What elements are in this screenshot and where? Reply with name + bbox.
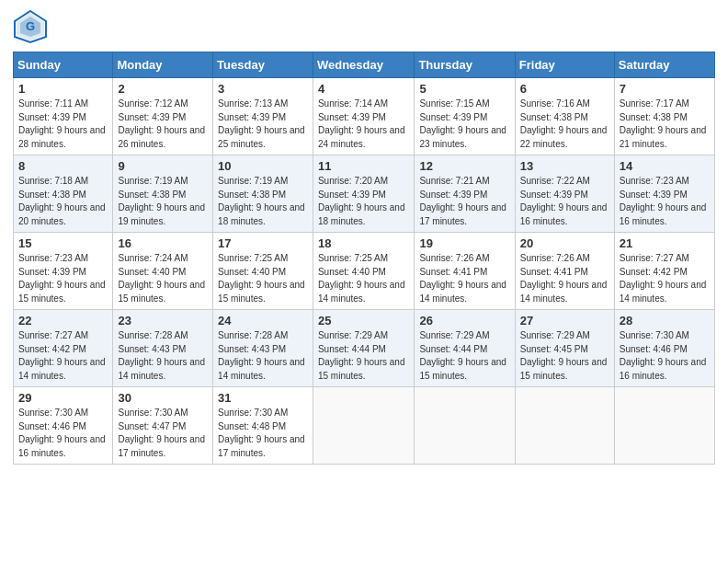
calendar-week-row: 15Sunrise: 7:23 AMSunset: 4:39 PMDayligh… <box>14 233 715 310</box>
calendar-day-cell: 31Sunrise: 7:30 AMSunset: 4:48 PMDayligh… <box>213 387 313 465</box>
day-info: Sunrise: 7:30 AMSunset: 4:47 PMDaylight:… <box>118 408 205 458</box>
day-number: 7 <box>620 82 710 96</box>
weekday-header: Thursday <box>415 52 515 78</box>
calendar-day-cell: 5Sunrise: 7:15 AMSunset: 4:39 PMDaylight… <box>415 78 515 155</box>
calendar-day-cell: 6Sunrise: 7:16 AMSunset: 4:38 PMDaylight… <box>515 78 614 155</box>
calendar-day-cell: 23Sunrise: 7:28 AMSunset: 4:43 PMDayligh… <box>113 310 213 387</box>
calendar-day-cell: 12Sunrise: 7:21 AMSunset: 4:39 PMDayligh… <box>415 155 515 233</box>
svg-text:G: G <box>26 19 35 33</box>
day-info: Sunrise: 7:25 AMSunset: 4:40 PMDaylight:… <box>318 253 405 304</box>
day-number: 12 <box>419 159 509 173</box>
day-info: Sunrise: 7:18 AMSunset: 4:38 PMDaylight:… <box>18 176 106 226</box>
calendar-day-cell: 28Sunrise: 7:30 AMSunset: 4:46 PMDayligh… <box>614 310 714 387</box>
logo-icon: G <box>13 9 48 44</box>
day-number: 28 <box>620 314 710 327</box>
day-info: Sunrise: 7:16 AMSunset: 4:38 PMDaylight:… <box>520 98 608 149</box>
weekday-header: Friday <box>515 52 614 78</box>
calendar-day-cell: 16Sunrise: 7:24 AMSunset: 4:40 PMDayligh… <box>113 233 213 310</box>
calendar-day-cell: 3Sunrise: 7:13 AMSunset: 4:39 PMDaylight… <box>213 78 313 155</box>
day-info: Sunrise: 7:13 AMSunset: 4:39 PMDaylight:… <box>218 98 305 149</box>
calendar-day-cell <box>313 387 414 465</box>
day-number: 26 <box>419 314 509 327</box>
calendar-day-cell: 13Sunrise: 7:22 AMSunset: 4:39 PMDayligh… <box>515 155 614 233</box>
day-number: 18 <box>318 236 409 250</box>
day-number: 5 <box>419 82 509 96</box>
calendar-day-cell: 18Sunrise: 7:25 AMSunset: 4:40 PMDayligh… <box>313 233 414 310</box>
day-info: Sunrise: 7:12 AMSunset: 4:39 PMDaylight:… <box>118 98 205 149</box>
calendar-day-cell: 30Sunrise: 7:30 AMSunset: 4:47 PMDayligh… <box>113 387 213 465</box>
day-info: Sunrise: 7:28 AMSunset: 4:43 PMDaylight:… <box>218 330 305 381</box>
day-number: 27 <box>520 314 609 327</box>
calendar-day-cell: 7Sunrise: 7:17 AMSunset: 4:38 PMDaylight… <box>614 78 714 155</box>
weekday-header: Monday <box>113 52 213 78</box>
calendar-day-cell: 29Sunrise: 7:30 AMSunset: 4:46 PMDayligh… <box>14 387 113 465</box>
calendar-day-cell: 9Sunrise: 7:19 AMSunset: 4:38 PMDaylight… <box>113 155 213 233</box>
day-info: Sunrise: 7:26 AMSunset: 4:41 PMDaylight:… <box>419 253 506 304</box>
calendar-day-cell: 22Sunrise: 7:27 AMSunset: 4:42 PMDayligh… <box>14 310 113 387</box>
day-info: Sunrise: 7:30 AMSunset: 4:48 PMDaylight:… <box>218 408 305 458</box>
calendar-day-cell: 4Sunrise: 7:14 AMSunset: 4:39 PMDaylight… <box>313 78 414 155</box>
day-info: Sunrise: 7:23 AMSunset: 4:39 PMDaylight:… <box>620 176 707 226</box>
day-info: Sunrise: 7:29 AMSunset: 4:44 PMDaylight:… <box>419 330 506 381</box>
day-number: 29 <box>18 391 108 405</box>
day-info: Sunrise: 7:19 AMSunset: 4:38 PMDaylight:… <box>118 176 205 226</box>
logo: G <box>13 9 51 44</box>
weekday-header: Wednesday <box>313 52 414 78</box>
calendar-day-cell: 19Sunrise: 7:26 AMSunset: 4:41 PMDayligh… <box>415 233 515 310</box>
day-number: 16 <box>118 236 208 250</box>
calendar-day-cell: 1Sunrise: 7:11 AMSunset: 4:39 PMDaylight… <box>14 78 113 155</box>
day-info: Sunrise: 7:29 AMSunset: 4:44 PMDaylight:… <box>318 330 405 381</box>
day-number: 2 <box>118 82 208 96</box>
calendar-day-cell: 11Sunrise: 7:20 AMSunset: 4:39 PMDayligh… <box>313 155 414 233</box>
day-number: 25 <box>318 314 409 327</box>
calendar-day-cell: 14Sunrise: 7:23 AMSunset: 4:39 PMDayligh… <box>614 155 714 233</box>
day-number: 4 <box>318 82 409 96</box>
calendar-day-cell: 26Sunrise: 7:29 AMSunset: 4:44 PMDayligh… <box>415 310 515 387</box>
calendar-week-row: 29Sunrise: 7:30 AMSunset: 4:46 PMDayligh… <box>14 387 715 465</box>
calendar-day-cell: 25Sunrise: 7:29 AMSunset: 4:44 PMDayligh… <box>313 310 414 387</box>
day-info: Sunrise: 7:30 AMSunset: 4:46 PMDaylight:… <box>18 408 106 458</box>
header: G <box>13 9 715 44</box>
day-number: 10 <box>218 159 308 173</box>
day-info: Sunrise: 7:24 AMSunset: 4:40 PMDaylight:… <box>118 253 205 304</box>
day-info: Sunrise: 7:11 AMSunset: 4:39 PMDaylight:… <box>18 98 106 149</box>
day-number: 21 <box>620 236 710 250</box>
day-number: 30 <box>118 391 208 405</box>
day-number: 23 <box>118 314 208 327</box>
day-info: Sunrise: 7:30 AMSunset: 4:46 PMDaylight:… <box>620 330 707 381</box>
day-info: Sunrise: 7:17 AMSunset: 4:38 PMDaylight:… <box>620 98 707 149</box>
calendar-week-row: 22Sunrise: 7:27 AMSunset: 4:42 PMDayligh… <box>14 310 715 387</box>
weekday-header: Saturday <box>614 52 714 78</box>
day-info: Sunrise: 7:22 AMSunset: 4:39 PMDaylight:… <box>520 176 608 226</box>
calendar-day-cell <box>515 387 614 465</box>
day-info: Sunrise: 7:20 AMSunset: 4:39 PMDaylight:… <box>318 176 405 226</box>
day-number: 13 <box>520 159 609 173</box>
calendar-day-cell: 2Sunrise: 7:12 AMSunset: 4:39 PMDaylight… <box>113 78 213 155</box>
calendar-day-cell: 24Sunrise: 7:28 AMSunset: 4:43 PMDayligh… <box>213 310 313 387</box>
calendar-day-cell: 27Sunrise: 7:29 AMSunset: 4:45 PMDayligh… <box>515 310 614 387</box>
calendar-day-cell <box>614 387 714 465</box>
day-info: Sunrise: 7:28 AMSunset: 4:43 PMDaylight:… <box>118 330 205 381</box>
day-number: 20 <box>520 236 609 250</box>
calendar-week-row: 1Sunrise: 7:11 AMSunset: 4:39 PMDaylight… <box>14 78 715 155</box>
day-number: 22 <box>18 314 108 327</box>
calendar-header-row: SundayMondayTuesdayWednesdayThursdayFrid… <box>14 52 715 78</box>
page-container: G SundayMondayTuesdayWednesdayThursdayFr… <box>0 0 728 474</box>
day-info: Sunrise: 7:25 AMSunset: 4:40 PMDaylight:… <box>218 253 305 304</box>
calendar-day-cell: 10Sunrise: 7:19 AMSunset: 4:38 PMDayligh… <box>213 155 313 233</box>
day-info: Sunrise: 7:14 AMSunset: 4:39 PMDaylight:… <box>318 98 405 149</box>
weekday-header: Sunday <box>14 52 113 78</box>
day-info: Sunrise: 7:21 AMSunset: 4:39 PMDaylight:… <box>419 176 506 226</box>
calendar-day-cell: 8Sunrise: 7:18 AMSunset: 4:38 PMDaylight… <box>14 155 113 233</box>
day-number: 17 <box>218 236 308 250</box>
day-number: 24 <box>218 314 308 327</box>
calendar-week-row: 8Sunrise: 7:18 AMSunset: 4:38 PMDaylight… <box>14 155 715 233</box>
day-number: 3 <box>218 82 308 96</box>
day-info: Sunrise: 7:23 AMSunset: 4:39 PMDaylight:… <box>18 253 106 304</box>
day-info: Sunrise: 7:26 AMSunset: 4:41 PMDaylight:… <box>520 253 608 304</box>
calendar-day-cell: 20Sunrise: 7:26 AMSunset: 4:41 PMDayligh… <box>515 233 614 310</box>
day-info: Sunrise: 7:15 AMSunset: 4:39 PMDaylight:… <box>419 98 506 149</box>
calendar-day-cell: 17Sunrise: 7:25 AMSunset: 4:40 PMDayligh… <box>213 233 313 310</box>
day-number: 9 <box>118 159 208 173</box>
day-number: 6 <box>520 82 609 96</box>
